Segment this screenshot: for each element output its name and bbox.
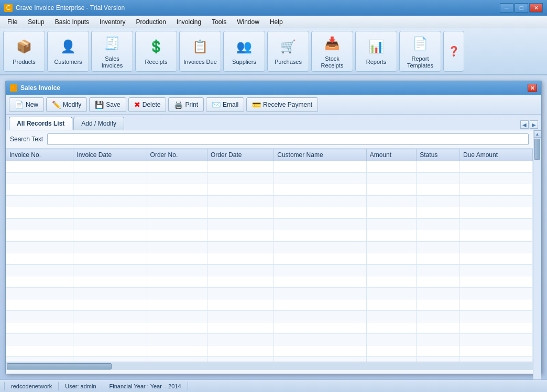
receive-payment-icon: 💳 (252, 100, 261, 109)
main-area: 🔶 Sales Invoice ✕ 📄 New ✏️ Modify 💾 Save… (0, 75, 547, 379)
main-toolbar: 📦 Products 👤 Customers 🧾 Sales Invoices … (0, 28, 547, 75)
title-bar: C Crave Invoice Enterprise - Trial Versi… (0, 0, 547, 16)
receipts-icon: 💲 (146, 37, 166, 57)
toolbar-products[interactable]: 📦 Products (3, 31, 45, 72)
table-row[interactable] (6, 196, 533, 207)
menu-help[interactable]: Help (265, 17, 288, 27)
new-button[interactable]: 📄 New (9, 97, 44, 112)
content-area: Search Text Invoice No. Invoice Date Ord… (6, 130, 541, 379)
tab-bar: All Records List Add / Modify ◀ ▶ (6, 115, 541, 130)
vertical-scrollbar[interactable]: ▲ ▼ (533, 130, 541, 379)
tab-next-button[interactable]: ▶ (530, 120, 538, 129)
table-row[interactable] (6, 345, 533, 357)
toolbar-invoices-due[interactable]: 📋 Invoices Due (179, 31, 221, 72)
status-network: redcodenetwork (4, 382, 59, 390)
table-row[interactable] (6, 242, 533, 253)
table-row[interactable] (6, 265, 533, 276)
content-main: Search Text Invoice No. Invoice Date Ord… (6, 130, 533, 379)
table-row[interactable] (6, 230, 533, 242)
h-scroll-thumb[interactable] (7, 363, 112, 369)
toolbar-report-templates[interactable]: 📄 Report Templates (399, 31, 441, 72)
tab-add-modify[interactable]: Add / Modify (73, 117, 124, 130)
status-user: User: admin (59, 382, 103, 390)
tab-navigation: ◀ ▶ (520, 120, 538, 130)
table-row[interactable] (6, 322, 533, 334)
save-button[interactable]: 💾 Save (89, 97, 126, 112)
invoice-title-bar: 🔶 Sales Invoice ✕ (6, 81, 541, 95)
maximize-button[interactable]: □ (515, 3, 528, 13)
toolbar-stock-receipts[interactable]: 📥 Stock Receipts (311, 31, 353, 72)
col-amount: Amount (366, 149, 417, 161)
table-row[interactable] (6, 173, 533, 184)
table-row[interactable] (6, 161, 533, 173)
menu-basic-inputs[interactable]: Basic Inputs (50, 17, 94, 27)
delete-icon: ✖ (134, 100, 140, 109)
stock-receipts-icon: 📥 (322, 33, 342, 53)
invoice-toolbar: 📄 New ✏️ Modify 💾 Save ✖ Delete 🖨️ Print… (6, 95, 541, 115)
invoice-close-button[interactable]: ✕ (528, 84, 537, 92)
invoices-due-icon: 📋 (190, 37, 210, 57)
toolbar-reports[interactable]: 📊 Reports (355, 31, 397, 72)
sales-invoices-icon: 🧾 (102, 33, 122, 53)
suppliers-icon: 👥 (234, 37, 254, 57)
toolbar-help[interactable]: ❓ (443, 31, 464, 72)
table-row[interactable] (6, 219, 533, 230)
new-icon: 📄 (15, 100, 24, 109)
toolbar-receipts[interactable]: 💲 Receipts (135, 31, 177, 72)
status-bar: redcodenetwork User: admin Financial Yea… (0, 379, 547, 392)
minimize-button[interactable]: ─ (500, 3, 513, 13)
search-area: Search Text (6, 130, 533, 149)
report-templates-icon: 📄 (410, 33, 430, 53)
menu-bar: File Setup Basic Inputs Inventory Produc… (0, 16, 547, 28)
table-row[interactable] (6, 334, 533, 345)
app-icon: C (4, 4, 13, 12)
modify-button[interactable]: ✏️ Modify (46, 97, 87, 112)
reports-icon: 📊 (366, 37, 386, 57)
email-button[interactable]: ✉️ Email (206, 97, 244, 112)
col-due-amount: Due Amount (460, 149, 532, 161)
table-row[interactable] (6, 357, 533, 362)
status-financial-year: Financial Year : Year – 2014 (103, 382, 188, 390)
toolbar-sales-invoices[interactable]: 🧾 Sales Invoices (91, 31, 133, 72)
tab-all-records[interactable]: All Records List (9, 117, 72, 130)
col-status: Status (417, 149, 460, 161)
table-row[interactable] (6, 299, 533, 311)
tab-prev-button[interactable]: ◀ (520, 120, 529, 129)
v-scroll-track (533, 138, 541, 379)
email-icon: ✉️ (212, 100, 221, 109)
print-icon: 🖨️ (174, 100, 183, 109)
search-label: Search Text (10, 136, 43, 143)
table-row[interactable] (6, 288, 533, 299)
toolbar-customers[interactable]: 👤 Customers (47, 31, 89, 72)
menu-tools[interactable]: Tools (206, 17, 232, 27)
close-button[interactable]: ✕ (529, 3, 543, 13)
delete-button[interactable]: ✖ Delete (128, 97, 167, 112)
col-customer-name: Customer Name (274, 149, 366, 161)
v-scroll-thumb[interactable] (534, 139, 540, 160)
horizontal-scrollbar[interactable] (6, 362, 533, 370)
menu-invoicing[interactable]: Invoicing (171, 17, 206, 27)
menu-setup[interactable]: Setup (23, 17, 49, 27)
menu-window[interactable]: Window (232, 17, 265, 27)
table-row[interactable] (6, 311, 533, 322)
table-row[interactable] (6, 253, 533, 265)
print-button[interactable]: 🖨️ Print (168, 97, 204, 112)
v-scroll-up-button[interactable]: ▲ (534, 130, 541, 138)
table-row[interactable] (6, 184, 533, 196)
invoice-window-icon: 🔶 (10, 84, 17, 92)
menu-file[interactable]: File (2, 17, 23, 27)
products-icon: 📦 (14, 37, 34, 57)
receive-payment-button[interactable]: 💳 Receive Payment (246, 97, 318, 112)
title-bar-controls: ─ □ ✕ (500, 3, 543, 13)
search-input[interactable] (47, 133, 529, 145)
toolbar-suppliers[interactable]: 👥 Suppliers (223, 31, 265, 72)
invoice-window: 🔶 Sales Invoice ✕ 📄 New ✏️ Modify 💾 Save… (5, 81, 542, 374)
menu-production[interactable]: Production (130, 17, 171, 27)
purchases-icon: 🛒 (278, 37, 298, 57)
menu-inventory[interactable]: Inventory (94, 17, 130, 27)
toolbar-purchases[interactable]: 🛒 Purchases (267, 31, 309, 72)
col-invoice-no: Invoice No. (6, 149, 73, 161)
invoice-table: Invoice No. Invoice Date Order No. Order… (6, 149, 533, 362)
table-row[interactable] (6, 276, 533, 288)
table-row[interactable] (6, 207, 533, 219)
